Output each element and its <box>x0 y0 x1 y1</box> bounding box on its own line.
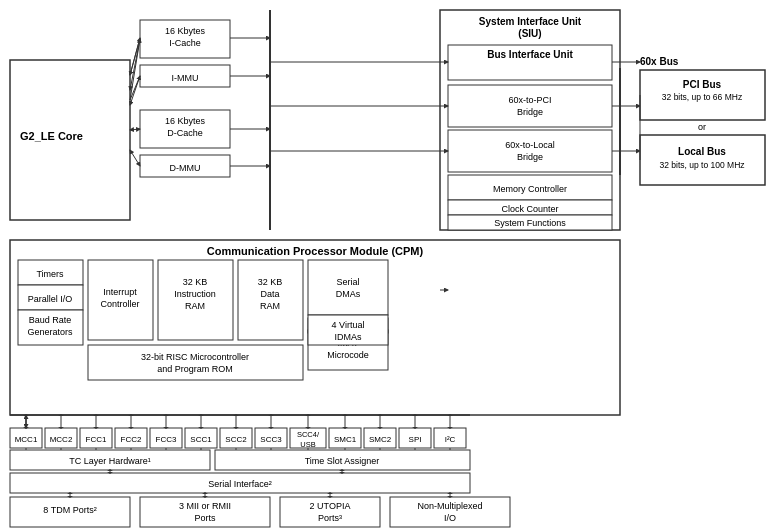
svg-text:32 bits, up to 100 MHz: 32 bits, up to 100 MHz <box>659 160 744 170</box>
svg-text:DMAs: DMAs <box>336 289 361 299</box>
svg-rect-26 <box>448 85 612 127</box>
svg-text:Clock Counter: Clock Counter <box>501 204 558 214</box>
svg-text:D-Cache: D-Cache <box>167 128 203 138</box>
svg-text:Microcode: Microcode <box>327 350 369 360</box>
svg-text:32-bit RISC Microcontroller: 32-bit RISC Microcontroller <box>141 352 249 362</box>
svg-text:IDMAs: IDMAs <box>335 332 363 342</box>
svg-text:8 TDM Ports²: 8 TDM Ports² <box>43 505 96 515</box>
svg-text:FCC3: FCC3 <box>156 435 177 444</box>
svg-text:I²C: I²C <box>445 435 456 444</box>
svg-text:Memory Controller: Memory Controller <box>493 184 567 194</box>
svg-text:or: or <box>698 122 706 132</box>
svg-text:SMC1: SMC1 <box>334 435 357 444</box>
svg-text:Ports: Ports <box>194 513 216 523</box>
svg-text:Local Bus: Local Bus <box>678 146 726 157</box>
svg-text:Controller: Controller <box>100 299 139 309</box>
siu-title-label: System Interface Unit <box>479 16 582 27</box>
svg-rect-77 <box>88 345 303 380</box>
svg-text:USB: USB <box>300 440 315 449</box>
svg-text:MCC1: MCC1 <box>15 435 38 444</box>
svg-text:Bus Interface Unit: Bus Interface Unit <box>487 49 573 60</box>
svg-text:Time Slot Assigner: Time Slot Assigner <box>305 456 380 466</box>
svg-text:PCI Bus: PCI Bus <box>683 79 722 90</box>
svg-text:2 UTOPIA: 2 UTOPIA <box>310 501 351 511</box>
svg-text:32 KB: 32 KB <box>183 277 208 287</box>
svg-rect-66 <box>158 260 233 340</box>
svg-text:I/O: I/O <box>444 513 456 523</box>
svg-text:SCC1: SCC1 <box>190 435 212 444</box>
cpm-title-label: Communication Processor Module (CPM) <box>207 245 424 257</box>
svg-text:Bridge: Bridge <box>517 152 543 162</box>
svg-text:Serial: Serial <box>336 277 359 287</box>
svg-text:(SIU): (SIU) <box>518 28 541 39</box>
svg-text:Ports³: Ports³ <box>318 513 342 523</box>
svg-text:Interrupt: Interrupt <box>103 287 137 297</box>
svg-text:32 bits, up to 66 MHz: 32 bits, up to 66 MHz <box>662 92 742 102</box>
svg-text:FCC2: FCC2 <box>121 435 142 444</box>
svg-rect-70 <box>238 260 303 340</box>
svg-rect-29 <box>448 130 612 172</box>
svg-text:Bridge: Bridge <box>517 107 543 117</box>
svg-text:SPI: SPI <box>409 435 422 444</box>
svg-text:Non-Multiplexed: Non-Multiplexed <box>417 501 482 511</box>
svg-text:and Program ROM: and Program ROM <box>157 364 233 374</box>
svg-text:Generators: Generators <box>27 327 73 337</box>
g2-le-core-label: G2_LE Core <box>20 130 83 142</box>
svg-text:Serial Interface²: Serial Interface² <box>208 479 272 489</box>
svg-text:4 Virtual: 4 Virtual <box>332 320 365 330</box>
svg-text:60x-to-Local: 60x-to-Local <box>505 140 555 150</box>
svg-text:SCC2: SCC2 <box>225 435 247 444</box>
svg-text:Data: Data <box>260 289 279 299</box>
block-diagram: G2_LE Core 16 Kbytes I-Cache I-MMU 16 Kb… <box>0 0 773 532</box>
svg-text:SMC2: SMC2 <box>369 435 392 444</box>
svg-text:Timers: Timers <box>36 269 64 279</box>
svg-text:FCC1: FCC1 <box>86 435 107 444</box>
60x-bus-label: 60x Bus <box>640 56 679 67</box>
svg-text:Parallel I/O: Parallel I/O <box>28 294 73 304</box>
svg-text:SCC4/: SCC4/ <box>297 430 320 439</box>
svg-text:RAM: RAM <box>185 301 205 311</box>
svg-text:System Functions: System Functions <box>494 218 566 228</box>
svg-text:I-MMU: I-MMU <box>172 73 199 83</box>
svg-text:3 MII or RMII: 3 MII or RMII <box>179 501 231 511</box>
svg-text:MCC2: MCC2 <box>50 435 73 444</box>
svg-text:RAM: RAM <box>260 301 280 311</box>
svg-text:I-Cache: I-Cache <box>169 38 201 48</box>
svg-text:16 Kbytes: 16 Kbytes <box>165 26 206 36</box>
svg-text:D-MMU: D-MMU <box>170 163 201 173</box>
svg-text:Baud Rate: Baud Rate <box>29 315 72 325</box>
svg-text:TC Layer Hardware¹: TC Layer Hardware¹ <box>69 456 151 466</box>
svg-text:16 Kbytes: 16 Kbytes <box>165 116 206 126</box>
svg-text:Instruction: Instruction <box>174 289 216 299</box>
svg-rect-74 <box>308 260 388 315</box>
svg-text:32 KB: 32 KB <box>258 277 283 287</box>
svg-text:SCC3: SCC3 <box>260 435 282 444</box>
svg-text:60x-to-PCI: 60x-to-PCI <box>508 95 551 105</box>
